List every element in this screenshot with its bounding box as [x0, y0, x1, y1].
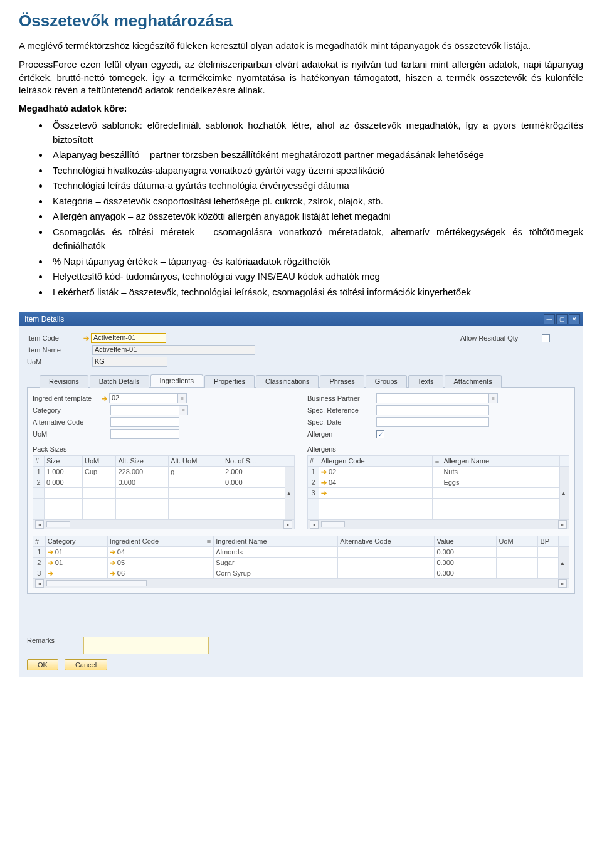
table-row[interactable] [33, 509, 295, 520]
col-allergen-code[interactable]: Allergen Code [319, 456, 433, 467]
table-row[interactable] [308, 499, 569, 509]
tab-revisions[interactable]: Revisions [40, 375, 88, 388]
cell[interactable]: ➔ [45, 568, 107, 579]
item-code-input[interactable]: ActiveItem-01 [91, 333, 166, 343]
cell[interactable] [338, 558, 435, 568]
table-row[interactable] [33, 488, 295, 499]
link-arrow-icon[interactable]: ➔ [110, 559, 115, 566]
col-num[interactable]: # [33, 536, 46, 547]
link-arrow-icon[interactable]: ➔ [321, 479, 327, 486]
tab-texts[interactable]: Texts [408, 375, 443, 388]
picker-icon[interactable]: ≡ [178, 393, 187, 403]
table-row[interactable]: 3 ➔ ➔06 Corn Syrup 0.000 [33, 568, 569, 579]
col-uom[interactable]: UoM [83, 456, 116, 467]
cell[interactable]: ➔02 [319, 467, 433, 477]
link-arrow-icon[interactable]: ➔ [110, 548, 115, 556]
cell[interactable] [338, 568, 435, 579]
cell[interactable]: g [169, 467, 223, 477]
cell[interactable] [538, 547, 559, 558]
allergens-table[interactable]: # Allergen Code ≡ Allergen Name 1 ➔02 Nu… [307, 455, 569, 529]
col-value[interactable]: Value [435, 536, 497, 547]
scrollbar-v[interactable] [559, 536, 569, 547]
remarks-input[interactable] [83, 637, 209, 654]
scroll-left-icon[interactable]: ◂ [35, 579, 44, 588]
cell[interactable]: 0.000 [435, 568, 497, 579]
scroll-right-icon[interactable]: ▸ [283, 520, 292, 529]
alt-code-input[interactable] [110, 417, 179, 427]
cell[interactable]: Sugar [214, 558, 338, 568]
cell[interactable]: Eggs [441, 477, 560, 488]
tab-ingredients[interactable]: Ingredients [150, 374, 203, 387]
cell[interactable]: ➔04 [107, 547, 204, 558]
cancel-button[interactable]: Cancel [65, 659, 107, 670]
scrollbar-h[interactable]: ◂ ▸ [35, 520, 292, 529]
scroll-left-icon[interactable]: ◂ [35, 520, 44, 529]
allergen-checkbox[interactable]: ✓ [376, 430, 384, 438]
uom2-input[interactable] [110, 429, 179, 439]
link-arrow-icon[interactable]: ➔ [83, 334, 89, 342]
col-alt-code[interactable]: Alternative Code [338, 536, 435, 547]
scrollbar-v[interactable] [560, 456, 569, 467]
scroll-right-icon[interactable]: ▸ [558, 579, 567, 588]
spec-ref-input[interactable] [376, 405, 489, 415]
table-row[interactable]: 2 0.000 0.000 0.000 [33, 477, 295, 488]
cell[interactable] [83, 477, 116, 488]
table-row[interactable]: 1 ➔02 Nuts ▴ [308, 467, 569, 477]
item-name-input[interactable]: ActiveItem-01 [92, 345, 255, 355]
cell[interactable]: 0.000 [435, 558, 497, 568]
titlebar[interactable]: Item Details — ▢ ✕ [19, 312, 583, 326]
link-arrow-icon[interactable]: ➔ [48, 569, 53, 577]
scrollbar-v[interactable] [285, 456, 295, 467]
tab-properties[interactable]: Properties [204, 375, 255, 388]
col-altsize[interactable]: Alt. Size [116, 456, 169, 467]
picker-icon[interactable]: ≡ [204, 536, 213, 547]
table-row[interactable] [33, 499, 295, 509]
cell[interactable]: ➔05 [107, 558, 204, 568]
tab-groups[interactable]: Groups [366, 375, 407, 388]
cell[interactable] [169, 477, 223, 488]
table-row[interactable] [308, 509, 569, 520]
cell[interactable]: Corn Syrup [214, 568, 338, 579]
scrollbar-v[interactable]: ▴ [560, 467, 569, 520]
cell[interactable]: 0.000 [116, 477, 169, 488]
col-num[interactable]: # [308, 456, 319, 467]
cell[interactable]: ➔ [319, 488, 433, 499]
cell[interactable] [497, 558, 538, 568]
scrollbar-v[interactable]: ▴ [559, 547, 569, 579]
link-arrow-icon[interactable]: ➔ [321, 489, 327, 497]
cell[interactable] [497, 547, 538, 558]
tab-batch-details[interactable]: Batch Details [90, 375, 149, 388]
tab-attachments[interactable]: Attachments [445, 375, 502, 388]
link-arrow-icon[interactable]: ➔ [48, 559, 53, 566]
cell[interactable]: ➔01 [45, 547, 107, 558]
cell[interactable] [338, 547, 435, 558]
table-row[interactable]: 2 ➔04 Eggs [308, 477, 569, 488]
business-partner-input[interactable] [376, 393, 489, 403]
col-ingredient-code[interactable]: Ingredient Code [107, 536, 204, 547]
ok-button[interactable]: OK [27, 659, 58, 670]
link-arrow-icon[interactable]: ➔ [321, 468, 327, 475]
cell[interactable]: ➔01 [45, 558, 107, 568]
cell[interactable]: Almonds [214, 547, 338, 558]
scrollbar-v[interactable]: ▴ [285, 467, 295, 520]
table-row[interactable]: 1 ➔01 ➔04 Almonds 0.000 ▴ [33, 547, 569, 558]
ingredients-table[interactable]: # Category Ingredient Code ≡ Ingredient … [33, 536, 569, 588]
scroll-right-icon[interactable]: ▸ [558, 520, 567, 529]
col-num[interactable]: # [33, 456, 45, 467]
tab-classifications[interactable]: Classifications [256, 375, 319, 388]
cell[interactable]: 0.000 [45, 477, 83, 488]
allow-residual-checkbox[interactable] [542, 334, 550, 342]
col-allergen-name[interactable]: Allergen Name [441, 456, 560, 467]
scrollbar-h[interactable]: ◂ ▸ [310, 520, 567, 529]
picker-icon[interactable]: ≡ [433, 456, 441, 467]
picker-icon[interactable]: ≡ [179, 405, 188, 415]
cell[interactable]: 228.000 [116, 467, 169, 477]
cell[interactable]: ➔04 [319, 477, 433, 488]
category-input[interactable] [110, 405, 179, 415]
cell[interactable]: 0.000 [223, 477, 285, 488]
tab-phrases[interactable]: Phrases [320, 375, 364, 388]
close-icon[interactable]: ✕ [569, 314, 580, 324]
cell[interactable]: 1.000 [45, 467, 83, 477]
col-uom[interactable]: UoM [497, 536, 538, 547]
col-bp[interactable]: BP [538, 536, 559, 547]
